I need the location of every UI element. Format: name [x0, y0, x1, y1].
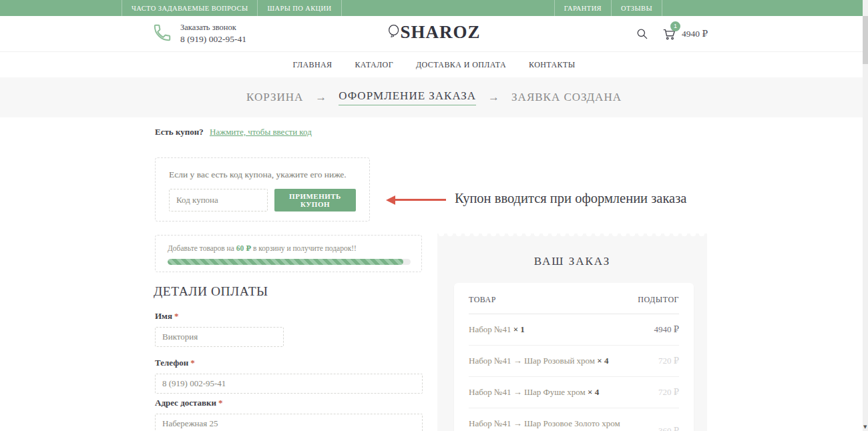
- topbar-link-warranty[interactable]: ГАРАНТИЯ: [554, 0, 611, 16]
- item-title: Набор №41 → Шар Розовый хром: [469, 356, 595, 366]
- gift-progress-fill: [168, 259, 403, 265]
- order-item-price: 720 ₽: [658, 356, 679, 366]
- order-row: Набор №41 → Шар Розовый хром × 4 720 ₽: [469, 346, 679, 377]
- phone-field-group: Телефон*: [155, 358, 423, 394]
- name-input[interactable]: [155, 327, 284, 347]
- checkout-content: Есть купон? Нажмите, чтобы ввести код Ес…: [0, 117, 868, 431]
- cart-count-badge: 1: [670, 21, 680, 31]
- topbar-left-links: ЧАСТО ЗАДАВАЕМЫЕ ВОПРОСЫ ШАРЫ ПО АКЦИИ: [122, 0, 342, 16]
- order-item-name: Набор №41 → Шар Розовый хром × 4: [469, 354, 622, 368]
- item-title: Набор №41 → Шар Розовое Золото хром: [469, 418, 620, 428]
- cart-button[interactable]: 1 4940 ₽: [662, 27, 708, 41]
- required-asterisk: *: [190, 358, 195, 368]
- gift-text-before: Добавьте товаров на: [168, 244, 236, 252]
- nav-item-home[interactable]: ГЛАВНАЯ: [292, 60, 332, 70]
- name-label-text: Имя: [155, 311, 172, 321]
- order-row: Набор №41 → Шар Фуше хром × 4 720 ₽: [469, 377, 679, 408]
- name-label: Имя*: [155, 311, 284, 322]
- order-item-name: Набор №41 × 1: [469, 323, 622, 336]
- order-item-price: 720 ₽: [658, 387, 679, 398]
- order-summary-panel: ВАШ ЗАКАЗ ТОВАР ПОДЫТОГ Набор №41 × 1 49…: [437, 234, 707, 431]
- item-qty: × 4: [597, 356, 608, 366]
- order-item-price: 360 ₽: [658, 426, 679, 431]
- phone-input[interactable]: [155, 374, 423, 394]
- gift-amount: 60 ₽: [236, 244, 251, 252]
- coupon-question-label: Есть купон?: [155, 127, 204, 137]
- order-table-header: ТОВАР ПОДЫТОГ: [469, 295, 679, 314]
- order-item-name: Набор №41 → Шар Фуше хром × 4: [469, 386, 622, 399]
- address-field-group: Адрес доставки*: [155, 398, 423, 431]
- topbar: ЧАСТО ЗАДАВАЕМЫЕ ВОПРОСЫ ШАРЫ ПО АКЦИИ Г…: [0, 0, 868, 16]
- item-title: Набор №41: [469, 324, 511, 334]
- order-item-name: Набор №41 → Шар Розовое Золото хром × 2: [469, 417, 622, 431]
- main-nav: ГЛАВНАЯ КАТАЛОГ ДОСТАВКА И ОПЛАТА КОНТАК…: [0, 52, 868, 77]
- scrollbar-thumb[interactable]: [863, 16, 868, 64]
- step-arrow-icon: →: [488, 91, 499, 104]
- billing-details-title: ДЕТАЛИ ОПЛАТЫ: [154, 284, 268, 299]
- gift-progress-text: Добавьте товаров на 60 ₽ в корзину и пол…: [168, 244, 409, 253]
- coupon-hint: Если у вас есть код купона, укажите его …: [169, 169, 356, 180]
- topbar-link-faq[interactable]: ЧАСТО ЗАДАВАЕМЫЕ ВОПРОСЫ: [122, 0, 257, 16]
- header-actions: 1 4940 ₽: [636, 27, 708, 41]
- gift-progress-box: Добавьте товаров на 60 ₽ в корзину и пол…: [155, 235, 422, 272]
- checkout-steps: КОРЗИНА → ОФОРМЛЕНИЕ ЗАКАЗА → ЗАЯВКА СОЗ…: [0, 77, 868, 117]
- order-item-price: 4940 ₽: [654, 324, 679, 335]
- item-title: Набор №41 → Шар Фуше хром: [469, 387, 586, 397]
- coupon-question: Есть купон? Нажмите, чтобы ввести код: [155, 127, 312, 137]
- step-cart[interactable]: КОРЗИНА: [246, 91, 303, 104]
- address-label-text: Адрес доставки: [155, 398, 216, 408]
- phone-label: Телефон*: [155, 358, 423, 368]
- required-asterisk: *: [218, 398, 223, 408]
- logo[interactable]: SHAROZ: [0, 22, 868, 45]
- nav-item-catalog[interactable]: КАТАЛОГ: [355, 60, 393, 70]
- search-icon[interactable]: [636, 27, 648, 40]
- nav-item-delivery[interactable]: ДОСТАВКА И ОПЛАТА: [416, 60, 506, 70]
- address-label: Адрес доставки*: [155, 398, 423, 408]
- name-field-group: Имя*: [155, 311, 284, 347]
- annotation-text: Купон вводится при оформлении заказа: [455, 191, 686, 206]
- col-product: ТОВАР: [469, 295, 496, 305]
- coupon-code-input[interactable]: [169, 189, 268, 211]
- step-arrow-icon: →: [315, 91, 327, 104]
- gift-progress-track: [168, 259, 411, 265]
- item-qty: × 4: [588, 387, 599, 397]
- site-header: Заказать звонок 8 (919) 002-95-41 SHAROZ: [0, 16, 868, 52]
- annotation-arrow-icon: [395, 199, 446, 201]
- col-subtotal: ПОДЫТОГ: [638, 295, 679, 305]
- item-qty: × 1: [513, 324, 525, 334]
- order-summary-title: ВАШ ЗАКАЗ: [437, 234, 707, 268]
- order-row: Набор №41 × 1 4940 ₽: [469, 314, 679, 346]
- topbar-link-sale-balloons[interactable]: ШАРЫ ПО АКЦИИ: [257, 0, 341, 16]
- checkout-page: ЧАСТО ЗАДАВАЕМЫЕ ВОПРОСЫ ШАРЫ ПО АКЦИИ Г…: [0, 0, 868, 431]
- required-asterisk: *: [174, 311, 179, 321]
- phone-label-text: Телефон: [155, 358, 188, 368]
- cart-total: 4940 ₽: [682, 28, 708, 39]
- step-order-created: ЗАЯВКА СОЗДАНА: [511, 91, 622, 104]
- topbar-right-links: ГАРАНТИЯ ОТЗЫВЫ: [554, 0, 662, 16]
- order-table: ТОВАР ПОДЫТОГ Набор №41 × 1 4940 ₽ Набор…: [454, 283, 694, 431]
- apply-coupon-button[interactable]: ПРИМЕНИТЬ КУПОН: [274, 189, 356, 211]
- order-row: Набор №41 → Шар Розовое Золото хром × 2 …: [469, 408, 679, 431]
- logo-text: SHAROZ: [400, 22, 480, 42]
- page-scrollbar[interactable]: ▼: [863, 0, 868, 431]
- step-checkout-active[interactable]: ОФОРМЛЕНИЕ ЗАКАЗА: [339, 89, 476, 105]
- nav-item-contacts[interactable]: КОНТАКТЫ: [529, 60, 575, 70]
- coupon-toggle-link[interactable]: Нажмите, чтобы ввести код: [210, 127, 312, 137]
- gift-text-after: в корзину и получите подарок!!: [251, 244, 357, 252]
- topbar-link-reviews[interactable]: ОТЗЫВЫ: [611, 0, 662, 16]
- coupon-form: Если у вас есть код купона, укажите его …: [155, 157, 370, 222]
- scroll-down-arrow-icon[interactable]: ▼: [863, 424, 867, 430]
- topbar-spacer: [342, 0, 554, 16]
- address-input[interactable]: [155, 414, 423, 431]
